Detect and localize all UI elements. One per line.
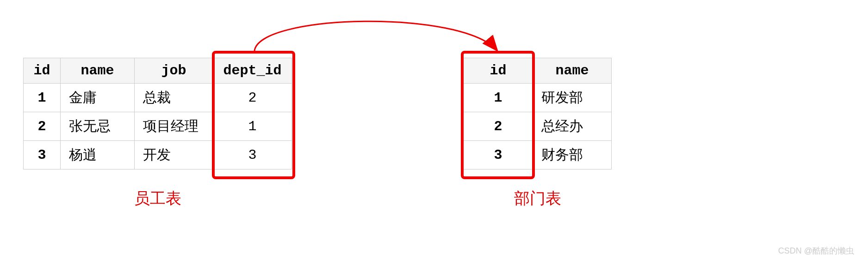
department-data-table: id name 1 研发部 2 总经办 3 财务部 (463, 58, 612, 169)
table-row: 2 总经办 (464, 112, 612, 141)
cell-name: 总经办 (533, 112, 612, 141)
col-header-id: id (464, 58, 533, 84)
department-table-caption: 部门表 (514, 188, 561, 209)
table-row: id name (464, 58, 612, 84)
cell-id: 2 (24, 112, 61, 141)
cell-name: 财务部 (533, 141, 612, 169)
cell-job: 项目经理 (135, 112, 213, 141)
cell-job: 总裁 (135, 84, 213, 112)
cell-name: 张无忌 (61, 112, 135, 141)
watermark-text: CSDN @酷酷的懒虫 (778, 245, 854, 256)
col-header-job: job (135, 58, 213, 84)
table-row: 1 金庸 总裁 2 (24, 84, 292, 112)
cell-id: 1 (464, 84, 533, 112)
col-header-name: name (61, 58, 135, 84)
col-header-deptid: dept_id (213, 58, 292, 84)
table-row: 3 财务部 (464, 141, 612, 169)
cell-id: 1 (24, 84, 61, 112)
employee-table: id name job dept_id 1 金庸 总裁 2 2 张无忌 项目经理 (23, 58, 292, 209)
cell-deptid: 2 (213, 84, 292, 112)
cell-id: 2 (464, 112, 533, 141)
col-header-id: id (24, 58, 61, 84)
table-row: 3 杨逍 开发 3 (24, 141, 292, 169)
cell-name: 研发部 (533, 84, 612, 112)
col-header-name: name (533, 58, 612, 84)
cell-name: 杨逍 (61, 141, 135, 169)
cell-id: 3 (464, 141, 533, 169)
employee-table-caption: 员工表 (134, 188, 181, 209)
table-row: id name job dept_id (24, 58, 292, 84)
cell-id: 3 (24, 141, 61, 169)
cell-deptid: 1 (213, 112, 292, 141)
employee-data-table: id name job dept_id 1 金庸 总裁 2 2 张无忌 项目经理 (23, 58, 292, 169)
table-row: 1 研发部 (464, 84, 612, 112)
cell-deptid: 3 (213, 141, 292, 169)
department-table: id name 1 研发部 2 总经办 3 财务部 部门表 (463, 58, 612, 209)
cell-name: 金庸 (61, 84, 135, 112)
cell-job: 开发 (135, 141, 213, 169)
table-row: 2 张无忌 项目经理 1 (24, 112, 292, 141)
